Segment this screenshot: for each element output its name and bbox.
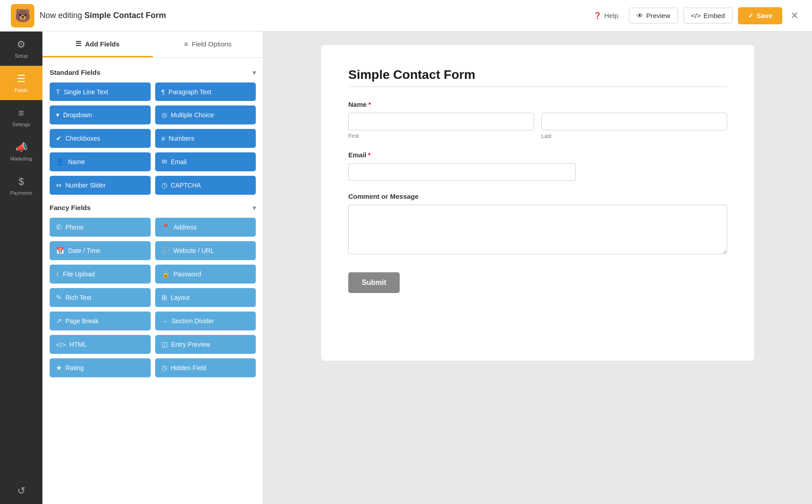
embed-button[interactable]: </> Embed: [683, 8, 733, 23]
comment-textarea[interactable]: [348, 205, 727, 254]
standard-fields-label: Standard Fields: [50, 69, 101, 76]
field-btn-hidden-field[interactable]: ◷ Hidden Field: [155, 358, 256, 377]
name-last-input[interactable]: [541, 113, 727, 130]
field-btn-email[interactable]: ✉ Email: [155, 152, 256, 171]
email-label: Email: [171, 158, 187, 165]
password-label: Password: [174, 270, 201, 278]
standard-fields-chevron: ▾: [253, 69, 256, 76]
sidebar-item-settings[interactable]: ≡ Settings: [0, 100, 42, 134]
fields-label: Fields: [14, 87, 28, 93]
form-label-comment: Comment or Message: [348, 192, 727, 200]
field-btn-single-line-text[interactable]: T Single Line Text: [50, 82, 151, 101]
email-input[interactable]: [348, 163, 576, 181]
setup-icon: ⚙: [17, 39, 26, 50]
tab-add-fields[interactable]: ☰ Add Fields: [42, 32, 153, 57]
email-icon: ✉: [161, 158, 167, 166]
field-btn-paragraph-text[interactable]: ¶ Paragraph Text: [155, 82, 256, 101]
name-icon: 👤: [56, 158, 65, 166]
layout-icon: ⊞: [161, 293, 167, 302]
paragraph-text-icon: ¶: [161, 88, 165, 96]
settings-icon: ≡: [18, 107, 24, 119]
fields-panel: ☰ Add Fields ≡ Field Options Standard Fi…: [42, 32, 263, 504]
editing-prefix: Now editing: [40, 11, 84, 20]
password-icon: 🔒: [161, 270, 170, 278]
sidebar-item-fields[interactable]: ☰ Fields: [0, 66, 42, 100]
field-btn-section-divider[interactable]: → Section Divider: [155, 312, 256, 330]
page-break-label: Page Break: [65, 317, 98, 325]
field-btn-address[interactable]: 📍 Address: [155, 218, 256, 237]
sidebar-item-setup[interactable]: ⚙ Setup: [0, 32, 42, 66]
sidebar-item-payments[interactable]: $ Payments: [0, 169, 42, 203]
sidebar-nav: ⚙ Setup ☰ Fields ≡ Settings 📣 Marketing …: [0, 32, 42, 504]
field-btn-file-upload[interactable]: ↑ File Upload: [50, 265, 151, 284]
topbar-actions: ❓ Help 👁 Preview </> Embed ✓ Save ✕: [588, 7, 801, 24]
submit-button[interactable]: Submit: [348, 272, 400, 293]
save-check-icon: ✓: [748, 12, 754, 20]
name-required-indicator: *: [369, 101, 371, 108]
layout-label: Layout: [171, 294, 190, 301]
checkboxes-icon: ✔: [56, 134, 62, 142]
field-btn-rating[interactable]: ★ Rating: [50, 358, 151, 377]
rich-text-icon: ✎: [56, 293, 62, 302]
marketing-icon: 📣: [15, 142, 28, 153]
field-btn-page-break[interactable]: ↗ Page Break: [50, 312, 151, 330]
logo-emoji: 🐻: [15, 8, 31, 23]
undo-button[interactable]: ↺: [0, 478, 42, 504]
field-btn-multiple-choice[interactable]: ◎ Multiple Choice: [155, 105, 256, 124]
name-row: First Last: [348, 113, 727, 139]
html-icon: </>: [56, 341, 66, 348]
field-options-icon: ≡: [184, 40, 188, 48]
embed-icon: </>: [691, 12, 701, 19]
comment-field-label-text: Comment or Message: [348, 192, 419, 200]
topbar-left: 🐻 Now editing Simple Contact Form: [11, 4, 166, 27]
tab-field-options[interactable]: ≡ Field Options: [153, 32, 263, 57]
single-line-text-label: Single Line Text: [64, 88, 108, 96]
topbar: 🐻 Now editing Simple Contact Form ❓ Help…: [0, 0, 812, 32]
address-label: Address: [174, 224, 197, 231]
name-first-input[interactable]: [348, 113, 534, 130]
field-btn-password[interactable]: 🔒 Password: [155, 265, 256, 284]
name-last-col: Last: [541, 113, 727, 139]
field-btn-rich-text[interactable]: ✎ Rich Text: [50, 288, 151, 307]
settings-label: Settings: [12, 122, 30, 127]
field-options-label: Field Options: [192, 40, 231, 48]
fancy-fields-label: Fancy Fields: [50, 204, 91, 211]
date-time-label: Date / Time: [68, 247, 101, 254]
add-fields-icon: ☰: [75, 40, 81, 48]
field-btn-captcha[interactable]: ◷ CAPTCHA: [155, 176, 256, 195]
phone-label: Phone: [65, 224, 83, 231]
preview-icon: 👁: [637, 12, 643, 19]
rich-text-label: Rich Text: [65, 294, 91, 301]
form-label-name: Name *: [348, 101, 727, 108]
field-btn-website-url[interactable]: 🔗 Website / URL: [155, 241, 256, 260]
sidebar-item-marketing[interactable]: 📣 Marketing: [0, 134, 42, 169]
field-btn-date-time[interactable]: 📅 Date / Time: [50, 241, 151, 260]
single-line-text-icon: T: [56, 88, 60, 96]
field-btn-html[interactable]: </> HTML: [50, 335, 151, 354]
field-btn-dropdown[interactable]: ▾ Dropdown: [50, 105, 151, 124]
main-layout: ⚙ Setup ☰ Fields ≡ Settings 📣 Marketing …: [0, 32, 812, 504]
standard-fields-header[interactable]: Standard Fields ▾: [50, 69, 256, 76]
field-btn-phone[interactable]: ✆ Phone: [50, 218, 151, 237]
entry-preview-icon: ◫: [161, 340, 168, 348]
fancy-fields-grid: ✆ Phone 📍 Address 📅 Date / Time 🔗 Websit…: [50, 218, 256, 377]
payments-icon: $: [18, 176, 24, 188]
section-divider-icon: →: [161, 317, 168, 325]
field-btn-number-slider[interactable]: ⇔ Number Slider: [50, 176, 151, 195]
field-btn-checkboxes[interactable]: ✔ Checkboxes: [50, 129, 151, 148]
undo-icon: ↺: [17, 485, 25, 497]
embed-label: Embed: [703, 12, 725, 19]
field-btn-numbers[interactable]: # Numbers: [155, 129, 256, 148]
page-break-icon: ↗: [56, 317, 62, 325]
preview-button[interactable]: 👁 Preview: [629, 8, 678, 23]
name-label: Name: [68, 158, 85, 165]
panel-tabs: ☰ Add Fields ≡ Field Options: [42, 32, 263, 58]
close-button[interactable]: ✕: [788, 7, 801, 24]
field-btn-entry-preview[interactable]: ◫ Entry Preview: [155, 335, 256, 354]
help-button[interactable]: ❓ Help: [588, 8, 624, 23]
field-btn-name[interactable]: 👤 Name: [50, 152, 151, 171]
file-upload-icon: ↑: [56, 270, 60, 278]
save-button[interactable]: ✓ Save: [738, 7, 782, 24]
field-btn-layout[interactable]: ⊞ Layout: [155, 288, 256, 307]
fancy-fields-header[interactable]: Fancy Fields ▾: [50, 204, 256, 211]
